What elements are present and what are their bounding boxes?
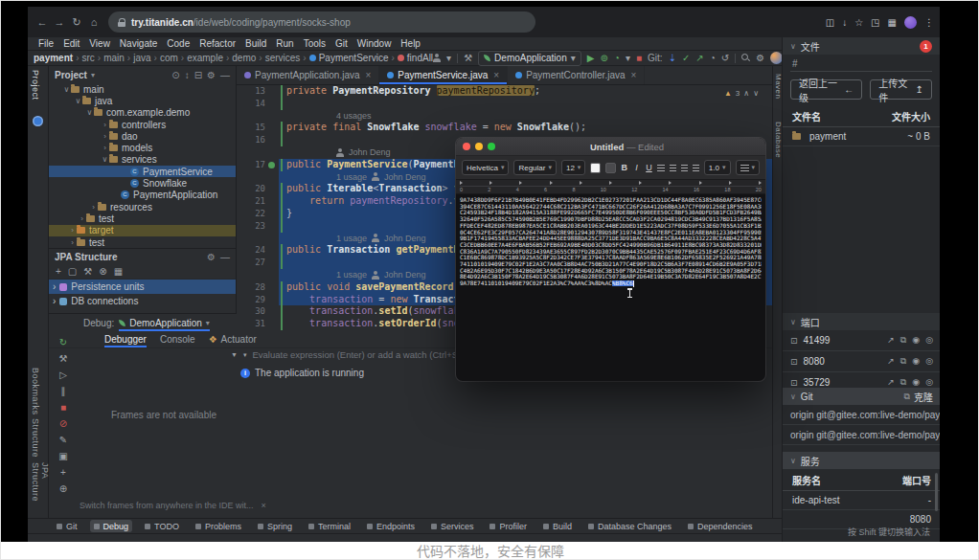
editor-tab[interactable]: PaymentApplication.java× <box>237 66 379 84</box>
global-browser-icon[interactable] <box>33 116 43 126</box>
collapse-all-icon[interactable]: ⊟ <box>194 70 202 80</box>
tab-stop-icon[interactable] <box>490 181 492 185</box>
tree-chevron-icon[interactable]: ∨ <box>85 108 94 117</box>
tab-stop-icon[interactable] <box>729 181 732 185</box>
textedit-titlebar[interactable]: Untitled — Edited <box>456 138 765 156</box>
extensions-icon[interactable]: ◳ <box>871 17 879 28</box>
tree-item[interactable]: ›models <box>49 142 236 153</box>
run-config-selector[interactable]: DemoApplication ▾ <box>478 51 581 66</box>
settings-icon[interactable]: ⚒ <box>59 353 68 364</box>
debug-tab-console[interactable]: Console <box>160 331 195 347</box>
editor-tab[interactable]: PaymentService.java× <box>379 66 508 84</box>
code-line[interactable]: 15private final Snowflake snowflake = ne… <box>237 122 772 134</box>
status-item-endpoints[interactable]: Endpoints <box>363 520 419 532</box>
status-item-database-changes[interactable]: Database Changes <box>584 520 675 532</box>
breadcrumb-item[interactable]: example <box>187 53 223 63</box>
code-annotation[interactable]: 4 usages <box>336 110 772 123</box>
jpa-chevron-icon[interactable]: › <box>53 281 56 292</box>
textedit-window[interactable]: Untitled — Edited Helvetica▾ Regular▾ 12… <box>456 138 765 381</box>
breadcrumb-item[interactable]: services <box>265 53 301 63</box>
port-info-icon[interactable]: ◉ <box>912 377 920 388</box>
line-number[interactable]: 14 <box>237 98 265 110</box>
history-icon[interactable]: ◔ <box>710 53 716 63</box>
jpa-item[interactable]: ›DB connections <box>49 294 236 308</box>
tree-chevron-icon[interactable]: ∨ <box>74 97 82 105</box>
line-number[interactable]: 13 <box>237 85 265 98</box>
line-number[interactable]: 30 <box>237 305 265 318</box>
services-section-header[interactable]: ∨ 服务 <box>783 452 940 469</box>
tree-item[interactable]: ∨main <box>49 83 236 95</box>
code-text[interactable] <box>279 98 772 110</box>
collapse-icon[interactable]: ∨ <box>790 42 796 51</box>
usage-count[interactable]: 1 usage <box>336 269 367 281</box>
tree-chevron-icon[interactable]: ∨ <box>101 155 109 164</box>
filter-caret-icon[interactable]: ▾ <box>243 351 247 359</box>
breadcrumb-item[interactable]: java <box>133 53 150 63</box>
file-row[interactable]: payment~ 0 B <box>783 127 940 146</box>
options-icon[interactable]: ⚙ <box>207 70 216 80</box>
tab-stop-icon[interactable] <box>759 181 762 185</box>
tool-tab-jpa-structure[interactable]: JPA Structure <box>31 462 50 518</box>
prev-issue-icon[interactable]: ∧ <box>743 89 749 98</box>
tool-tab-project[interactable]: Project <box>31 70 40 101</box>
minimize-window-icon[interactable] <box>475 143 483 150</box>
status-item-services[interactable]: Services <box>427 520 478 532</box>
jpa-item[interactable]: ›Persistence units <box>49 280 236 294</box>
tool-tab-database[interactable]: Database <box>774 122 783 158</box>
close-hint-icon[interactable]: × <box>262 501 266 510</box>
bookmark-star-icon[interactable]: ☆ <box>854 17 863 28</box>
project-caret-icon[interactable]: ▾ <box>91 71 95 79</box>
copy-address-icon[interactable]: ⧉ <box>900 377 906 388</box>
debug-tab-debugger[interactable]: Debugger <box>104 331 147 347</box>
status-item-debug[interactable]: Debug <box>90 520 133 532</box>
service-row[interactable]: ide-api-test- <box>783 491 940 510</box>
menu-run[interactable]: Run <box>271 38 298 49</box>
close-port-icon[interactable]: ◎ <box>925 356 933 367</box>
close-port-icon[interactable]: ◎ <box>925 335 933 346</box>
align-center-icon[interactable] <box>670 165 676 171</box>
italic-button[interactable]: I <box>633 163 641 172</box>
list-style-select[interactable]: ▾ <box>736 160 761 175</box>
home-icon[interactable]: ⌂ <box>85 16 102 28</box>
edit-icon[interactable]: ✎ <box>59 435 67 445</box>
add-icon[interactable]: + <box>56 266 61 277</box>
code-line[interactable]: 14 <box>237 98 772 110</box>
rerun-icon[interactable]: ↻ <box>59 337 67 347</box>
tab-stop-icon[interactable] <box>609 181 612 185</box>
tree-item[interactable]: ›dao <box>49 130 236 142</box>
status-item-dependencies[interactable]: Dependencies <box>684 520 757 532</box>
line-number[interactable]: 29 <box>237 294 265 306</box>
code-text[interactable]: private PaymentRepository paymentReposit… <box>279 85 772 98</box>
git-section-header[interactable]: ∨ Git ⧉ 克隆 <box>783 388 940 405</box>
profiler-icon[interactable]: ◔ <box>614 53 620 63</box>
line-number[interactable]: 23 <box>237 220 265 233</box>
filter-icon[interactable]: ▼ <box>231 351 238 358</box>
tab-stop-icon[interactable] <box>669 181 672 185</box>
user-caret-icon[interactable]: ▾ <box>446 53 451 63</box>
line-number[interactable]: 24 <box>237 244 265 257</box>
font-style-select[interactable]: Regular▾ <box>513 160 557 175</box>
close-icon[interactable]: ⊗ <box>99 266 106 277</box>
update-project-icon[interactable]: ⇣ <box>669 53 676 63</box>
collapse-icon[interactable]: ∨ <box>790 318 796 326</box>
next-issue-icon[interactable]: ∨ <box>753 89 759 98</box>
tree-chevron-icon[interactable]: ∨ <box>62 85 71 94</box>
tab-groups-icon[interactable]: ◫ <box>826 17 834 28</box>
tree-chevron-icon[interactable]: › <box>68 226 77 235</box>
setup-wrench-icon[interactable]: ⚒ <box>464 53 472 63</box>
project-panel-title[interactable]: Project <box>55 70 87 80</box>
font-family-select[interactable]: Helvetica▾ <box>462 160 509 175</box>
breadcrumb-item[interactable]: src <box>81 53 94 63</box>
close-port-icon[interactable]: ◎ <box>925 377 933 388</box>
status-item-git[interactable]: Git <box>53 520 81 532</box>
back-icon[interactable]: ← <box>34 16 51 28</box>
settings-gear-icon[interactable]: ⚙ <box>756 53 764 63</box>
debug-tab-actuator[interactable]: ❖Actuator <box>209 331 257 347</box>
port-info-icon[interactable]: ◉ <box>912 335 920 346</box>
menu-window[interactable]: Window <box>353 38 397 49</box>
reload-icon[interactable]: ↻ <box>68 16 85 29</box>
line-number[interactable]: 28 <box>237 281 265 294</box>
breadcrumb-method[interactable]: findAll <box>398 53 433 63</box>
code-line[interactable]: 13private PaymentRepository paymentRepos… <box>237 85 772 98</box>
editor-tab[interactable]: PaymentController.java× <box>508 66 645 84</box>
